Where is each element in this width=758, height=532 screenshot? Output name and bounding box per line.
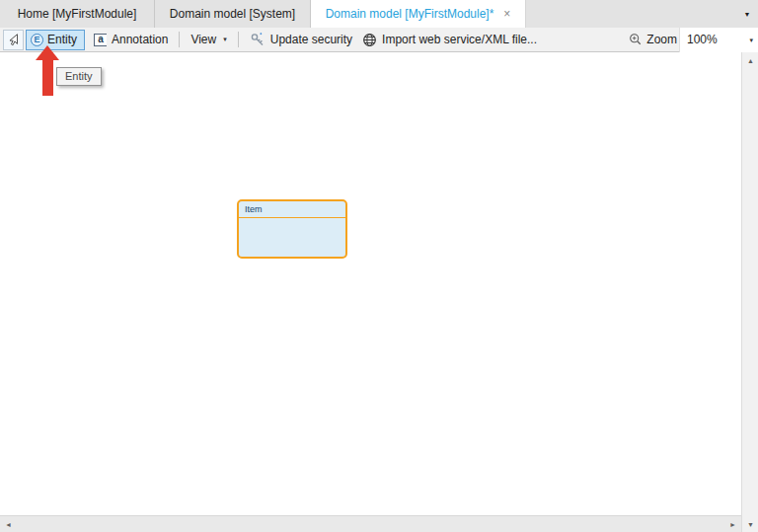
key-icon: [250, 32, 265, 47]
tab-domain-model-system[interactable]: Domain model [System]: [155, 0, 311, 28]
chevron-down-icon: ▾: [223, 36, 227, 43]
scroll-up-icon[interactable]: ▲: [742, 52, 758, 68]
globe-icon: [362, 33, 377, 47]
annotation-button-label: Annotation: [112, 33, 168, 46]
tab-domain-model-myfirstmodule[interactable]: Domain model [MyFirstModule]* ×: [311, 0, 526, 28]
zoom-level-combobox[interactable]: 100% ▾: [679, 28, 758, 52]
entity-name: Item: [239, 201, 345, 218]
zoom-in-icon: [629, 33, 643, 46]
entity-tooltip: Entity: [56, 67, 102, 86]
scroll-right-icon[interactable]: ►: [724, 516, 741, 532]
document-tab-bar: Home [MyFirstModule] Domain model [Syste…: [0, 0, 758, 28]
view-dropdown-button[interactable]: View ▾: [186, 30, 231, 50]
select-cursor-icon: [7, 33, 21, 46]
select-tool-button[interactable]: [3, 30, 24, 50]
editor-toolbar: E Entity a Annotation View ▾ Update secu…: [0, 28, 758, 52]
domain-model-canvas[interactable]: Item: [0, 52, 741, 515]
scroll-left-icon[interactable]: ◄: [0, 516, 17, 532]
view-button-label: View: [190, 33, 216, 46]
app-window: Home [MyFirstModule] Domain model [Syste…: [0, 0, 758, 532]
zoom-value: 100%: [687, 33, 718, 46]
tab-label: Domain model [MyFirstModule]*: [326, 7, 494, 21]
annotation-tool-button[interactable]: a Annotation: [89, 30, 173, 50]
entity-item[interactable]: Item: [237, 199, 347, 259]
red-callout-arrow: [36, 45, 59, 96]
entity-icon: E: [31, 34, 43, 46]
tab-label: Domain model [System]: [170, 7, 295, 21]
update-security-button[interactable]: Update security: [245, 30, 357, 50]
tab-list-dropdown-icon[interactable]: ▼: [740, 0, 754, 28]
tab-label: Home [MyFirstModule]: [18, 7, 137, 21]
horizontal-scrollbar[interactable]: ◄ ►: [0, 515, 741, 532]
chevron-down-icon[interactable]: ▾: [749, 37, 753, 44]
update-security-label: Update security: [270, 33, 352, 46]
import-web-service-button[interactable]: Import web service/XML file...: [357, 30, 542, 50]
scroll-down-icon[interactable]: ▼: [742, 516, 758, 532]
annotation-icon: a: [94, 34, 107, 46]
import-web-service-label: Import web service/XML file...: [382, 33, 537, 46]
zoom-label: Zoom: [646, 33, 677, 46]
tab-home-myfirstmodule[interactable]: Home [MyFirstModule]: [0, 0, 155, 28]
arrow-head: [36, 45, 59, 60]
arrow-shaft: [42, 60, 53, 96]
toolbar-separator: [238, 32, 239, 47]
entity-button-label: Entity: [47, 33, 77, 46]
toolbar-separator: [179, 32, 180, 47]
vertical-scrollbar[interactable]: ▲ ▼: [741, 52, 758, 532]
close-tab-icon[interactable]: ×: [503, 8, 510, 20]
